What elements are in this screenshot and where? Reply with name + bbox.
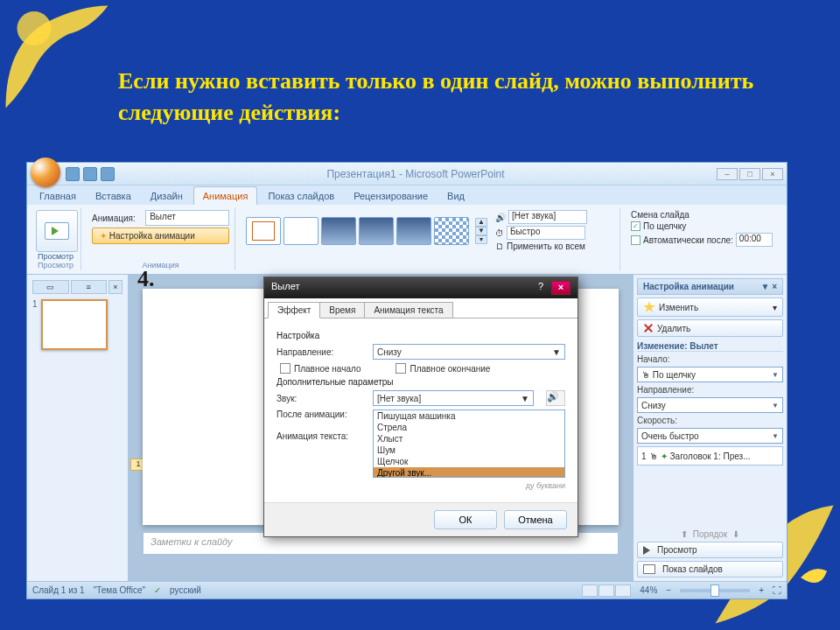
- outline-tab-slides[interactable]: ▭: [32, 280, 69, 294]
- effect-options-dialog: Вылет ? × Эффект Время Анимация текста Н…: [263, 276, 578, 537]
- office-button[interactable]: [31, 158, 60, 187]
- quick-access-toolbar: [66, 167, 115, 181]
- apply-to-all-button[interactable]: 🗋 Применить ко всем: [495, 242, 587, 251]
- transition-thumb[interactable]: [321, 217, 356, 245]
- tab-animation[interactable]: Анимация: [193, 186, 258, 205]
- speaker-button[interactable]: 🔊: [546, 390, 565, 406]
- status-bar: Слайд 1 из 1 "Тема Office" ✓ русский 44%…: [27, 581, 787, 598]
- tab-design[interactable]: Дизайн: [142, 187, 192, 205]
- settings-section-label: Настройка: [276, 331, 565, 340]
- direction-select[interactable]: Снизу▼: [637, 397, 783, 413]
- view-sorter[interactable]: [598, 584, 614, 597]
- dialog-tab-timing[interactable]: Время: [319, 302, 365, 318]
- reorder-down-icon[interactable]: ⬇: [732, 529, 739, 539]
- zoom-value: 44%: [640, 585, 657, 595]
- close-button[interactable]: ×: [762, 168, 783, 180]
- pane-preview-button[interactable]: Просмотр: [637, 542, 783, 558]
- pane-slideshow-button[interactable]: Показ слайдов: [637, 561, 783, 578]
- ornament-top-left: [0, 0, 114, 114]
- maximize-button[interactable]: □: [739, 168, 760, 180]
- minimize-button[interactable]: –: [717, 168, 738, 180]
- tab-insert[interactable]: Вставка: [87, 187, 140, 205]
- dialog-tabs: Эффект Время Анимация текста: [264, 298, 578, 318]
- dialog-direction-select[interactable]: Снизу▼: [373, 344, 565, 360]
- transition-thumb[interactable]: [359, 217, 394, 245]
- auto-after-time[interactable]: 00:00: [736, 233, 773, 247]
- transition-speed-select[interactable]: Быстро: [507, 226, 585, 240]
- start-select[interactable]: 🖱 По щелчку▼: [637, 367, 783, 382]
- auto-after-checkbox[interactable]: [631, 235, 640, 245]
- slide-thumbnail[interactable]: 1: [32, 299, 122, 350]
- play-icon: [643, 546, 650, 555]
- spell-check-icon[interactable]: ✓: [154, 585, 161, 595]
- slide-info: Слайд 1 из 1: [32, 585, 85, 595]
- preview-icon: [45, 222, 69, 240]
- save-icon[interactable]: [66, 167, 80, 181]
- tab-home[interactable]: Главная: [31, 187, 85, 205]
- dialog-close-button[interactable]: ×: [551, 281, 570, 295]
- preview-label: Просмотр: [36, 252, 75, 261]
- delete-effect-button[interactable]: Удалить: [637, 319, 783, 337]
- slideshow-icon: [643, 564, 655, 574]
- ribbon-body: Просмотр Просмотр Анимация: Вылет ✦ Наст…: [27, 205, 787, 275]
- powerpoint-window: Презентация1 - Microsoft PowerPoint – □ …: [26, 162, 788, 599]
- view-normal[interactable]: [582, 584, 598, 597]
- transition-more[interactable]: ▲▼▾: [475, 218, 487, 244]
- pane-close-icon[interactable]: ▼ ×: [760, 282, 777, 291]
- zoom-out-icon[interactable]: −: [666, 585, 671, 595]
- slides-panel: ▭ ≡ × 1: [27, 275, 129, 581]
- animation-task-pane: Настройка анимации ▼ × Изменить ▾ Удалит…: [633, 275, 787, 581]
- sound-listbox[interactable]: Пишущая машинка Стрела Хлыст Шум Щелчок …: [373, 410, 565, 478]
- pane-title-bar: Настройка анимации ▼ ×: [637, 278, 783, 295]
- dialog-tab-text[interactable]: Анимация текста: [364, 302, 452, 318]
- redo-icon[interactable]: [101, 167, 115, 181]
- preview-button[interactable]: [36, 210, 78, 252]
- change-effect-button[interactable]: Изменить ▾: [637, 298, 783, 317]
- on-click-checkbox[interactable]: ✓: [631, 221, 640, 231]
- dialog-help-button[interactable]: ?: [532, 281, 550, 295]
- dialog-ok-button[interactable]: ОК: [434, 510, 497, 529]
- reorder-controls: ⬆ Порядок ⬇: [637, 529, 783, 539]
- window-titlebar: Презентация1 - Microsoft PowerPoint – □ …: [27, 163, 787, 186]
- smooth-end-checkbox[interactable]: [396, 363, 406, 374]
- dialog-titlebar: Вылет ? ×: [264, 277, 578, 298]
- fit-icon[interactable]: ⛶: [773, 585, 781, 595]
- transition-sound-select[interactable]: [Нет звука]: [508, 210, 587, 224]
- undo-icon[interactable]: [83, 167, 97, 181]
- tab-slideshow[interactable]: Показ слайдов: [259, 187, 343, 205]
- transition-gallery: ▲▼▾ 🔊[Нет звука] ⏱Быстро 🗋 Применить ко …: [246, 210, 614, 251]
- animation-select[interactable]: Вылет: [145, 210, 229, 226]
- language-info: русский: [170, 585, 201, 595]
- transition-thumb[interactable]: [396, 217, 431, 245]
- delete-icon: [643, 323, 654, 333]
- dialog-tab-effect[interactable]: Эффект: [268, 302, 320, 318]
- zoom-in-icon[interactable]: +: [759, 585, 764, 595]
- window-title: Презентация1 - Microsoft PowerPoint: [115, 168, 717, 180]
- view-slideshow[interactable]: [615, 584, 631, 597]
- transition-none[interactable]: [246, 217, 281, 245]
- ribbon-tabs: Главная Вставка Дизайн Анимация Показ сл…: [27, 186, 787, 205]
- dialog-sound-select[interactable]: [Нет звука]▼: [373, 390, 534, 406]
- custom-animation-button[interactable]: ✦ Настройка анимации: [92, 228, 229, 244]
- theme-info: "Тема Office": [94, 585, 145, 595]
- extra-section-label: Дополнительные параметры: [276, 377, 565, 387]
- animation-label: Анимация:: [92, 214, 142, 223]
- tab-view[interactable]: Вид: [438, 187, 473, 205]
- reorder-up-icon[interactable]: ⬆: [681, 529, 688, 539]
- speed-select[interactable]: Очень быстро▼: [637, 428, 783, 444]
- zoom-slider[interactable]: [680, 589, 750, 592]
- transition-thumb[interactable]: [434, 217, 469, 245]
- star-icon: [643, 301, 655, 313]
- smooth-start-checkbox[interactable]: [280, 363, 290, 374]
- svg-point-0: [18, 11, 52, 46]
- transition-thumb[interactable]: [284, 217, 318, 245]
- tab-review[interactable]: Рецензирование: [345, 187, 437, 205]
- slide-heading: Если нужно вставить только в один слайд,…: [118, 66, 770, 130]
- dialog-cancel-button[interactable]: Отмена: [504, 510, 567, 529]
- outline-tab-outline[interactable]: ≡: [71, 280, 108, 294]
- outline-close[interactable]: ×: [108, 280, 122, 294]
- animation-list-item[interactable]: 1 🖱 ✦ Заголовок 1: През...: [637, 446, 783, 466]
- advance-slide-label: Смена слайда: [631, 210, 778, 220]
- modification-label: Изменение: Вылет: [637, 340, 783, 352]
